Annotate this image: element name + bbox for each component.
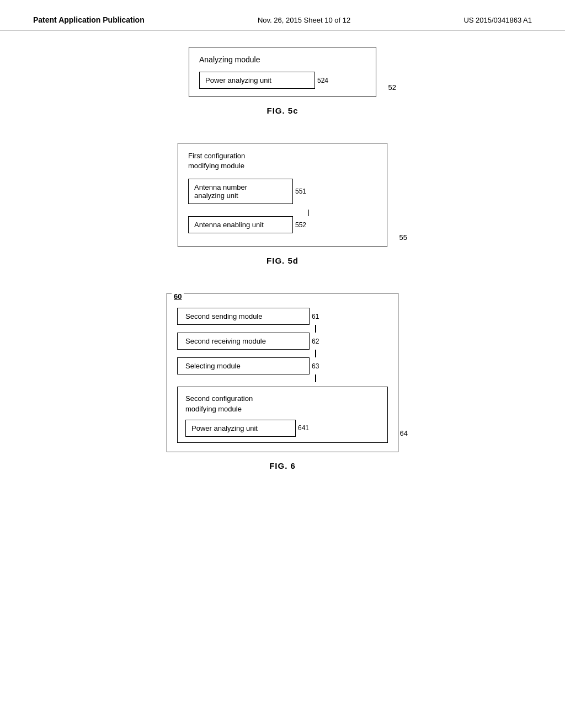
fig6-sending-row: Second sending module 61 [177,308,388,325]
fig5d-unit2-row: Antenna enabling unit 552 [188,216,377,233]
fig6-inner-unit-id: 641 [298,424,309,432]
fig6-selecting-row: Selecting module 63 [177,357,388,374]
fig5d-unit1-box: Antenna number analyzing unit [188,179,293,204]
fig5c-outer-id: 52 [388,83,396,92]
fig6-receiving-module: Second receiving module [177,333,310,350]
fig5d-connector [308,210,310,216]
fig6-connector3 [315,374,316,382]
fig6-outer-box: 60 Second sending module 61 [167,293,398,452]
diagram-fig6: 60 Second sending module 61 [167,293,398,486]
fig5d-outer-box: First configuration modifying module Ant… [178,143,387,247]
page-header: Patent Application Publication Nov. 26, … [0,0,565,30]
main-content: Analyzing module Power analyzing unit 52… [0,47,565,498]
fig5d-unit1-id: 551 [295,188,306,195]
fig5c-outer-box: Analyzing module Power analyzing unit 52… [189,47,376,97]
fig5c-caption: FIG. 5c [189,106,376,115]
fig6-connector1 [315,325,316,333]
fig5c-inner-row: Power analyzing unit 524 [199,72,366,89]
fig6-connector2 [315,350,316,357]
fig6-inner-group: Second configuration modifying module Po… [177,387,388,442]
fig6-badge: 60 [172,292,184,301]
header-left: Patent Application Publication [33,15,145,24]
fig5c-power-analyzing-box: Power analyzing unit [199,72,315,89]
fig6-module1-id: 61 [312,313,319,320]
fig6-module2-id: 62 [312,338,319,345]
fig5d-title: First configuration modifying module [188,151,377,171]
fig6-sending-module: Second sending module [177,308,310,325]
fig5d-unit1-row: Antenna number analyzing unit 551 [188,179,377,204]
fig6-group-id: 64 [400,429,408,437]
fig5d-unit2-id: 552 [295,221,306,229]
fig6-caption: FIG. 6 [167,461,398,470]
fig5c-outer-label: Analyzing module [199,55,366,64]
header-center: Nov. 26, 2015 Sheet 10 of 12 [258,16,350,24]
fig5d-caption: FIG. 5d [178,256,387,265]
fig5d-unit2-box: Antenna enabling unit [188,216,293,233]
fig5c-inner-id: 524 [317,77,328,84]
fig6-module3-id: 63 [312,362,319,370]
fig6-inner-row: Power analyzing unit 641 [185,420,380,437]
fig6-selecting-module: Selecting module [177,357,310,374]
fig6-receiving-row: Second receiving module 62 [177,333,388,350]
diagram-fig5c: Analyzing module Power analyzing unit 52… [189,47,376,132]
diagram-fig5d: First configuration modifying module Ant… [178,143,387,282]
header-right: US 2015/0341863 A1 [463,16,532,24]
fig6-group-title: Second configuration modifying module [185,394,380,414]
fig5d-outer-id: 55 [399,233,407,242]
fig6-power-analyzing: Power analyzing unit [185,420,296,437]
